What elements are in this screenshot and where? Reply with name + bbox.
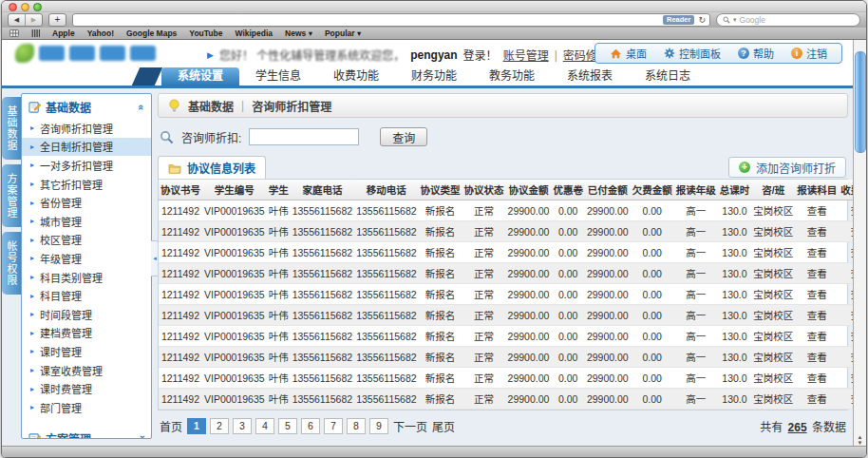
- page-number[interactable]: 3: [233, 418, 252, 434]
- vertical-tab-basic-data[interactable]: 基础数据: [2, 97, 21, 160]
- page-number[interactable]: 2: [210, 418, 229, 434]
- control-panel-button[interactable]: 控制面板: [655, 46, 729, 61]
- nav-tab[interactable]: 学生信息: [239, 67, 317, 86]
- help-button[interactable]: ? 帮助: [729, 46, 783, 61]
- window-minimize-button[interactable]: [21, 3, 29, 11]
- reload-icon[interactable]: ↻: [698, 15, 706, 25]
- bookmark-item[interactable]: Wikipedia: [235, 29, 273, 38]
- sidebar-item[interactable]: ▸校区管理: [22, 231, 151, 250]
- table-cell: 宝岗校区: [751, 200, 795, 221]
- view-link[interactable]: 查看: [839, 368, 854, 389]
- page-number[interactable]: 7: [324, 418, 343, 434]
- bookmark-item[interactable]: YouTube: [189, 29, 222, 38]
- nav-tab[interactable]: 财务功能: [395, 67, 473, 86]
- view-link[interactable]: 查看: [795, 389, 839, 410]
- gear-icon: [664, 48, 675, 59]
- vertical-tab-account-permission[interactable]: 帐号权限: [2, 232, 21, 295]
- window-zoom-button[interactable]: [33, 3, 42, 11]
- view-link[interactable]: 查看: [839, 347, 854, 368]
- nav-tab[interactable]: 教务功能: [473, 67, 551, 86]
- browser-window: ◀ ▶ + Reader ↻ ▾ Google AppleYahoo!Googl…: [1, 0, 867, 458]
- nav-tab[interactable]: 系统日志: [629, 67, 707, 86]
- reader-badge[interactable]: Reader: [663, 15, 694, 25]
- back-icon[interactable]: ◀: [9, 14, 25, 26]
- sidebar-item[interactable]: ▸课时管理: [22, 342, 151, 361]
- consultant-discount-input[interactable]: [249, 128, 359, 145]
- view-link[interactable]: 查看: [795, 221, 839, 242]
- new-tab-button[interactable]: +: [48, 13, 66, 27]
- scrollbar-thumb[interactable]: [855, 51, 866, 153]
- sidebar-item[interactable]: ▸年级管理: [22, 249, 151, 268]
- view-link[interactable]: 查看: [839, 200, 854, 221]
- vertical-tab-plan-management[interactable]: 方案管理: [2, 164, 21, 227]
- view-link[interactable]: 查看: [839, 242, 854, 263]
- page-scrollbar[interactable]: ▲ ▼: [853, 40, 866, 447]
- page-number[interactable]: 6: [301, 418, 320, 434]
- sidebar-item[interactable]: ▸科目管理: [22, 286, 151, 305]
- sidebar-item[interactable]: ▸课室收费管理: [22, 361, 151, 380]
- forward-icon[interactable]: ▶: [25, 14, 42, 26]
- table-cell: 正常: [462, 368, 506, 389]
- page-number[interactable]: 5: [278, 418, 297, 434]
- window-titlebar[interactable]: [2, 1, 866, 12]
- view-link[interactable]: 查看: [795, 242, 839, 263]
- account-manage-link[interactable]: 账号管理: [503, 47, 549, 63]
- view-link[interactable]: 查看: [795, 284, 839, 305]
- view-link[interactable]: 查看: [839, 305, 854, 326]
- sidebar-item[interactable]: ▸其它折扣管理: [22, 175, 151, 194]
- browser-search-field[interactable]: ▾ Google: [716, 13, 860, 27]
- view-link[interactable]: 查看: [795, 326, 839, 347]
- add-consultant-discount-button[interactable]: + 添加咨询师打折: [728, 157, 846, 178]
- bookmark-item[interactable]: Yahoo!: [87, 29, 114, 38]
- view-link[interactable]: 查看: [839, 284, 854, 305]
- view-link[interactable]: 查看: [839, 263, 854, 284]
- view-link[interactable]: 查看: [795, 305, 839, 326]
- page-number[interactable]: 1: [187, 418, 206, 434]
- sidebar-section-basic-data[interactable]: 基础数据 «: [22, 94, 151, 119]
- last-page-link[interactable]: 尾页: [432, 418, 455, 434]
- view-link[interactable]: 查看: [795, 200, 839, 221]
- window-close-button[interactable]: [9, 3, 17, 11]
- sidebar-item[interactable]: ▸省份管理: [22, 193, 151, 212]
- page-number[interactable]: 9: [369, 418, 388, 434]
- desktop-button[interactable]: 桌面: [601, 46, 655, 61]
- sidebar-item[interactable]: ▸时间段管理: [22, 305, 151, 324]
- site-header: ▶ 您好！ 个性化辅导管理系统欢迎您， pengyan 登录！ 账号管理 | 密…: [2, 40, 854, 67]
- query-button[interactable]: 查询: [380, 127, 427, 146]
- sidebar-item[interactable]: ▸课时费管理: [22, 379, 151, 398]
- logout-button[interactable]: i 注销: [783, 46, 836, 61]
- bookmark-item[interactable]: Popular ▾: [325, 29, 361, 38]
- address-bar[interactable]: Reader ↻: [72, 13, 710, 27]
- sidebar-item[interactable]: ▸部门管理: [22, 398, 151, 417]
- sidebar-item[interactable]: ▸一对多折扣管理: [22, 156, 151, 175]
- sidebar-item[interactable]: ▸咨询师折扣管理: [22, 119, 151, 138]
- view-link[interactable]: 查看: [795, 263, 839, 284]
- nav-tab[interactable]: 收费功能: [317, 67, 395, 86]
- view-link[interactable]: 查看: [839, 326, 854, 347]
- sidebar-item[interactable]: ▸全日制折扣管理: [22, 138, 151, 157]
- sidebar-item[interactable]: ▸科目类别管理: [22, 268, 151, 287]
- view-link[interactable]: 查看: [839, 389, 854, 410]
- sidebar-item[interactable]: ▸城市管理: [22, 212, 151, 231]
- page-number[interactable]: 4: [255, 418, 274, 434]
- bookmark-item[interactable]: Google Maps: [126, 29, 177, 38]
- agreement-list-tab[interactable]: 协议信息列表: [158, 156, 266, 179]
- view-link[interactable]: 查看: [839, 221, 854, 242]
- next-page-link[interactable]: 下一页: [393, 418, 427, 434]
- bookmarks-list-icon[interactable]: [31, 29, 40, 37]
- first-page-link[interactable]: 首页: [160, 418, 182, 434]
- top-sites-icon[interactable]: [9, 29, 19, 37]
- page-number[interactable]: 8: [347, 418, 366, 434]
- view-link[interactable]: 查看: [795, 347, 839, 368]
- nav-tab[interactable]: 系统设置: [161, 67, 239, 86]
- view-link[interactable]: 查看: [795, 368, 839, 389]
- search-dropdown-icon[interactable]: ▾: [733, 16, 737, 24]
- sidebar-item[interactable]: ▸建档费管理: [22, 324, 151, 343]
- bookmark-item[interactable]: Apple: [52, 29, 75, 38]
- sidebar-section-plan-management[interactable]: 方案管理 «: [22, 426, 151, 440]
- collapse-icon[interactable]: «: [136, 104, 147, 109]
- bookmark-item[interactable]: News ▾: [285, 29, 312, 38]
- nav-tab[interactable]: 系统报表: [551, 67, 629, 86]
- expand-icon[interactable]: «: [136, 435, 147, 439]
- table-cell: 0.00: [551, 368, 585, 389]
